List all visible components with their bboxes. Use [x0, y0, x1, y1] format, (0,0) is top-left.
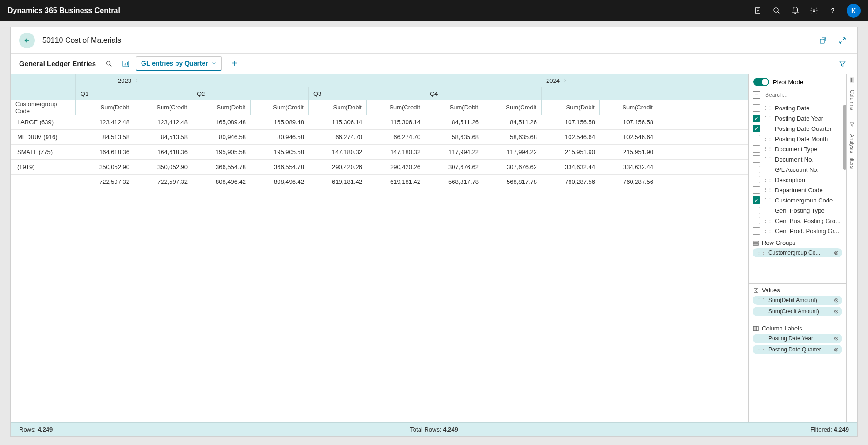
field-checkbox[interactable]: ✓: [753, 196, 760, 204]
columns-tab-icon[interactable]: [849, 77, 855, 83]
settings-icon[interactable]: [809, 6, 819, 15]
field-checkbox[interactable]: [753, 176, 760, 183]
drag-handle-icon[interactable]: ⋮⋮: [763, 218, 772, 224]
year-header-2024[interactable]: 2024: [542, 77, 572, 84]
cell-value: 366,554.78: [192, 163, 251, 170]
drag-handle-icon[interactable]: ⋮⋮: [763, 136, 772, 142]
help-icon[interactable]: [828, 6, 837, 15]
drag-handle-icon[interactable]: ⋮⋮: [763, 146, 772, 152]
drag-handle-icon[interactable]: ⋮⋮: [763, 177, 772, 183]
document-icon[interactable]: [753, 6, 763, 15]
drag-handle-icon[interactable]: ⋮⋮: [756, 250, 766, 256]
search-icon[interactable]: [772, 6, 781, 15]
remove-icon[interactable]: ⊗: [834, 335, 839, 342]
drag-handle-icon[interactable]: ⋮⋮: [756, 309, 766, 315]
field-item[interactable]: ⋮⋮Description: [753, 175, 842, 185]
pill[interactable]: ⋮⋮Posting Date Year⊗: [753, 334, 842, 343]
field-checkbox[interactable]: [753, 207, 760, 214]
column-header[interactable]: Sum(Credit: [600, 100, 658, 115]
field-checkbox[interactable]: [753, 104, 760, 112]
filter-icon[interactable]: [836, 57, 849, 70]
svg-rect-8: [753, 243, 759, 243]
pill[interactable]: ⋮⋮Posting Date Quarter⊗: [753, 345, 842, 354]
tab-gl-entries-quarter[interactable]: GL entries by Quarter: [136, 56, 222, 71]
quarter-header[interactable]: Q3: [309, 87, 425, 100]
column-header[interactable]: Sum(Debit: [425, 100, 483, 115]
field-item[interactable]: ⋮⋮Gen. Posting Type: [753, 205, 842, 216]
drag-handle-icon[interactable]: ⋮⋮: [756, 297, 766, 303]
drag-handle-icon[interactable]: ⋮⋮: [763, 105, 772, 111]
field-item[interactable]: ✓⋮⋮Posting Date Quarter: [753, 123, 842, 134]
remove-icon[interactable]: ⊗: [834, 249, 839, 256]
drag-handle-icon[interactable]: ⋮⋮: [763, 156, 772, 162]
column-header[interactable]: Sum(Credit: [483, 100, 542, 115]
field-item[interactable]: ⋮⋮Document Type: [753, 144, 842, 154]
toolbar-search-icon[interactable]: [102, 57, 115, 70]
quarter-header[interactable]: Q2: [192, 87, 309, 100]
collapse-all-icon[interactable]: −: [753, 91, 760, 99]
drag-handle-icon[interactable]: ⋮⋮: [756, 336, 766, 342]
column-header[interactable]: Sum(Credit: [251, 100, 309, 115]
quarter-header[interactable]: Q1: [76, 87, 192, 100]
field-item[interactable]: ⋮⋮Department Code: [753, 185, 842, 195]
table-row[interactable]: (1919)350,052.90350,052.90366,554.78366,…: [11, 160, 748, 175]
quarter-header[interactable]: Q4: [425, 87, 542, 100]
scrollbar-thumb[interactable]: [843, 105, 846, 170]
field-checkbox[interactable]: [753, 186, 760, 194]
drag-handle-icon[interactable]: ⋮⋮: [763, 208, 772, 214]
row-label-header[interactable]: Customergroup Code: [11, 100, 76, 115]
pill[interactable]: ⋮⋮Sum(Credit Amount)⊗: [753, 307, 842, 316]
columns-tab[interactable]: Columns: [849, 90, 855, 110]
remove-icon[interactable]: ⊗: [834, 346, 839, 353]
column-header[interactable]: Sum(Debit: [309, 100, 367, 115]
field-checkbox[interactable]: [753, 217, 760, 224]
table-row[interactable]: MEDIUM (916)84,513.5884,513.5880,946.588…: [11, 130, 748, 145]
table-row[interactable]: LARGE (639)123,412.48123,412.48165,089.4…: [11, 115, 748, 130]
table-row[interactable]: SMALL (775)164,618.36164,618.36195,905.5…: [11, 145, 748, 160]
analysis-filters-tab[interactable]: Analysis Filters: [849, 134, 855, 169]
pill[interactable]: ⋮⋮Customergroup Co...⊗: [753, 248, 842, 257]
field-checkbox[interactable]: [753, 166, 760, 173]
drag-handle-icon[interactable]: ⋮⋮: [763, 115, 772, 121]
remove-icon[interactable]: ⊗: [834, 297, 839, 303]
pill[interactable]: ⋮⋮Sum(Debit Amount)⊗: [753, 296, 842, 305]
column-header[interactable]: Sum(Credit: [134, 100, 192, 115]
toolbar-analysis-icon[interactable]: [119, 57, 132, 70]
column-header[interactable]: Sum(Debit: [192, 100, 251, 115]
table-row[interactable]: 722,597.32722,597.32808,496.42808,496.42…: [11, 175, 748, 189]
collapse-icon[interactable]: [836, 34, 849, 47]
back-button[interactable]: [19, 33, 35, 48]
field-item[interactable]: ⋮⋮G/L Account No.: [753, 164, 842, 175]
remove-icon[interactable]: ⊗: [834, 308, 839, 315]
field-search-input[interactable]: [762, 90, 842, 100]
field-checkbox[interactable]: [753, 227, 760, 235]
drag-handle-icon[interactable]: ⋮⋮: [763, 228, 772, 234]
column-header[interactable]: Sum(Credit: [367, 100, 425, 115]
field-checkbox[interactable]: [753, 145, 760, 153]
field-item[interactable]: ⋮⋮Posting Date Month: [753, 134, 842, 144]
field-checkbox[interactable]: [753, 155, 760, 163]
column-header[interactable]: Sum(Debit: [542, 100, 600, 115]
pivot-mode-toggle[interactable]: [753, 78, 769, 86]
field-checkbox[interactable]: [753, 135, 760, 142]
field-item[interactable]: ⋮⋮Gen. Prod. Posting Gr...: [753, 226, 842, 236]
drag-handle-icon[interactable]: ⋮⋮: [763, 197, 772, 203]
user-avatar[interactable]: K: [847, 4, 861, 18]
drag-handle-icon[interactable]: ⋮⋮: [763, 187, 772, 193]
field-checkbox[interactable]: ✓: [753, 125, 760, 132]
field-item[interactable]: ✓⋮⋮Customergroup Code: [753, 195, 842, 205]
popout-icon[interactable]: [816, 34, 829, 47]
field-checkbox[interactable]: ✓: [753, 115, 760, 122]
field-item[interactable]: ✓⋮⋮Posting Date Year: [753, 113, 842, 123]
filters-tab-icon[interactable]: [849, 121, 855, 128]
field-item[interactable]: ⋮⋮Gen. Bus. Posting Gro...: [753, 216, 842, 226]
notification-icon[interactable]: [791, 6, 800, 15]
add-tab-button[interactable]: +: [228, 57, 241, 70]
column-header[interactable]: Sum(Debit: [76, 100, 134, 115]
field-item[interactable]: ⋮⋮Document No.: [753, 154, 842, 164]
drag-handle-icon[interactable]: ⋮⋮: [763, 167, 772, 173]
drag-handle-icon[interactable]: ⋮⋮: [756, 347, 766, 353]
field-item[interactable]: ⋮⋮Posting Date: [753, 103, 842, 113]
drag-handle-icon[interactable]: ⋮⋮: [763, 126, 772, 132]
year-header-2023[interactable]: 2023: [76, 77, 542, 84]
